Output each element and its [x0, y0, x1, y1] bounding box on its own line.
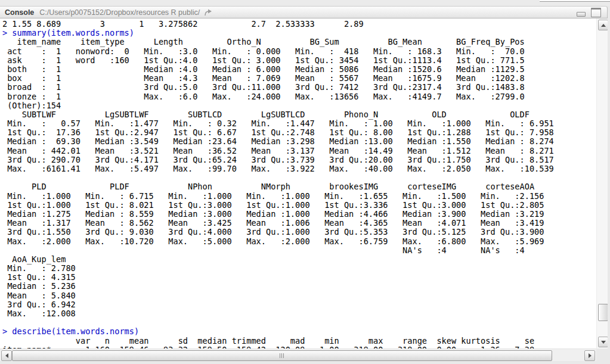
console-output-line: PLD PLDF NPhon NMorph brookesIMG cortese… [2, 182, 596, 191]
console-output-line: AoA_Kup_lem [2, 255, 596, 264]
horizontal-scrollbar[interactable] [0, 349, 596, 361]
vertical-scrollbar-thumb[interactable] [598, 304, 608, 321]
console-output-line: Mean : 442.01 Mean :3.521 Mean :36.52 Me… [2, 147, 596, 155]
scroll-down-button[interactable] [598, 337, 608, 347]
console-output-line: Max. :12.008 [2, 309, 596, 318]
console-output-line: (Other):154 [2, 101, 596, 110]
console-output-line: NA's :4 NA's :4 [2, 246, 596, 255]
minimize-icon[interactable] [577, 12, 586, 17]
scroll-left-icon [5, 353, 8, 358]
console-output-line: Median : 5.236 [2, 282, 596, 291]
window-right-edge [608, 6, 610, 364]
console-output-line: 1st Qu.: 4.315 [2, 273, 596, 282]
console-output-line: 2 1.55 8.689 3 1 3.275862 2.7 2.533333 2… [2, 20, 596, 29]
console-log[interactable]: 2 1.55 8.689 3 1 3.275862 2.7 2.533333 2… [0, 18, 596, 349]
console-output-line: act : 1 nonword: 0 Min. :3.0 Min. : 0.00… [2, 47, 596, 56]
horizontal-scrollbar-thumb[interactable] [12, 350, 552, 361]
console-input-line: > describe(item.words.norms) [2, 327, 596, 336]
console-output-line: 1st Qu.: 17.36 1st Qu.:2.947 1st Qu.: 6.… [2, 128, 596, 137]
pane-title: Console [5, 8, 34, 17]
console-output-line: var n mean sd median trimmed mad min max… [2, 337, 596, 346]
console-input-line: > summary(item.words.norms) [2, 29, 596, 38]
console-output-line: Min. : 0.57 Min. :1.477 Min. : 0.32 Min.… [2, 119, 596, 128]
console-output-line: both : 1 Median :4.0 Median : 6.000 Medi… [2, 65, 596, 74]
console-output-line [2, 318, 596, 327]
scrollbar-grip-icon [280, 353, 285, 358]
console-output-line: broad : 1 3rd Qu.:5.0 3rd Qu.:11.000 3rd… [2, 83, 596, 92]
console-titlebar: Console C:/Users/p0075152/Dropbox/resour… [0, 6, 608, 18]
window-edge-line [540, 1, 610, 2]
scroll-right-button[interactable] [584, 350, 595, 361]
scroll-right-icon [589, 353, 592, 358]
console-output-line: Max. :2.000 Max. :10.720 Max. :5.000 Max… [2, 237, 596, 246]
console-output-line: bronze : 1 Max. :6.0 Max. :24.000 Max. :… [2, 92, 596, 101]
console-output-line: 3rd Qu.: 6.942 [2, 300, 596, 309]
console-output-line: Mean :1.317 Mean : 8.562 Mean :3.425 Mea… [2, 219, 596, 228]
scroll-up-button[interactable] [598, 20, 608, 30]
console-output-line: Median : 69.30 Median :3.549 Median :23.… [2, 137, 596, 146]
window-bottom-edge [0, 361, 610, 364]
console-output-line [2, 173, 596, 182]
console-output-line: Mean : 5.840 [2, 291, 596, 300]
console-output-line: Median :1.275 Median : 8.559 Median :3.0… [2, 210, 596, 219]
console-output-line: Max. :6161.41 Max. :5.497 Max. :99.70 Ma… [2, 164, 596, 173]
console-output-line: SUBTLWF LgSUBTLWF SUBTLCD LgSUBTLCD Phon… [2, 110, 596, 119]
maximize-icon[interactable] [591, 8, 601, 17]
console-output-line: box : 1 Mean :4.3 Mean : 7.069 Mean : 55… [2, 74, 596, 83]
console-output-line: 3rd Qu.: 290.70 3rd Qu.:4.171 3rd Qu.:65… [2, 155, 596, 164]
vertical-scrollbar[interactable] [596, 18, 608, 349]
console-output-line: ask : 1 word :160 1st Qu.:4.0 1st Qu.: 3… [2, 56, 596, 65]
scroll-left-button[interactable] [1, 350, 12, 361]
console-output-line: 1st Qu.:1.000 1st Qu.: 8.021 1st Qu.:3.0… [2, 201, 596, 210]
console-output-line: item_name item_type Length Ortho_N BG_Su… [2, 38, 596, 46]
scroll-up-icon [601, 24, 606, 27]
console-output-line: Min. : 2.780 [2, 264, 596, 273]
console-output-line: 3rd Qu.:1.550 3rd Qu.: 9.030 3rd Qu.:4.0… [2, 228, 596, 237]
working-directory-path: C:/Users/p0075152/Dropbox/resources R pu… [39, 8, 200, 17]
console-output-line: Min. :1.000 Min. : 6.715 Min. :1.000 Min… [2, 192, 596, 201]
popout-icon[interactable] [204, 8, 212, 18]
pane-window-buttons [577, 8, 602, 17]
window-top-edge [0, 0, 610, 6]
scroll-down-icon [601, 341, 606, 344]
